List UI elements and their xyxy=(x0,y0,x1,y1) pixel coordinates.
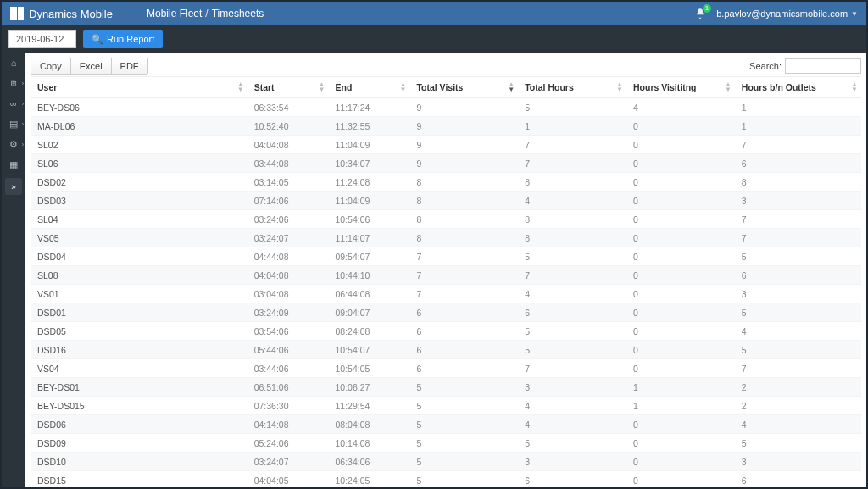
cell-hours_bn: 1 xyxy=(735,117,861,136)
cell-hours_visiting: 0 xyxy=(626,341,735,359)
table-row[interactable]: DSD0103:24:0909:04:076605 xyxy=(31,303,861,322)
cell-hours_visiting: 0 xyxy=(626,303,735,322)
run-report-button[interactable]: 🔍 Run Report xyxy=(83,30,163,48)
cell-end: 08:24:08 xyxy=(329,322,410,341)
col-header-hours-bn-outlets[interactable]: Hours b/n Outlets▲▼ xyxy=(735,77,861,98)
cell-user: DSD15 xyxy=(31,471,248,488)
cell-user: DSD03 xyxy=(31,192,248,210)
cell-total_hours: 4 xyxy=(518,397,626,415)
table-row[interactable]: SL0603:44:0810:34:079706 xyxy=(31,154,861,173)
cell-start: 04:04:08 xyxy=(248,136,329,154)
cell-hours_bn: 7 xyxy=(735,210,861,229)
cell-total_hours: 7 xyxy=(518,266,626,285)
breadcrumb-area[interactable]: Mobile Fleet xyxy=(147,8,202,19)
sidebar-item-grid[interactable]: ▦ xyxy=(2,154,25,175)
table-row[interactable]: MA-DL0610:52:4011:32:559101 xyxy=(31,117,861,136)
notifications-icon[interactable]: 1 xyxy=(694,8,706,19)
cell-end: 10:14:08 xyxy=(329,434,410,453)
table-row[interactable]: DSD1003:24:0706:34:065303 xyxy=(31,453,861,471)
cell-end: 10:34:07 xyxy=(329,154,410,173)
cell-hours_bn: 4 xyxy=(735,322,861,341)
sidebar-item-db[interactable]: ▤› xyxy=(2,114,25,134)
cell-hours_visiting: 0 xyxy=(626,322,735,341)
user-email-label: b.pavlov@dynamicsmobile.com xyxy=(716,8,848,19)
cell-hours_visiting: 0 xyxy=(626,210,735,229)
cell-user: MA-DL06 xyxy=(31,117,248,136)
cell-total_visits: 6 xyxy=(409,341,518,359)
cell-hours_visiting: 0 xyxy=(626,173,735,192)
table-row[interactable]: DSD0503:54:0608:24:086504 xyxy=(31,322,861,341)
chevron-right-icon: › xyxy=(22,121,24,127)
cell-user: BEY-DS06 xyxy=(31,98,248,117)
col-header-total-visits[interactable]: Total Visits▲▼ xyxy=(409,77,518,98)
cell-start: 06:33:54 xyxy=(248,98,329,117)
table-row[interactable]: DSD1605:44:0610:54:076505 xyxy=(31,341,861,359)
cell-hours_bn: 6 xyxy=(735,471,861,488)
sidebar-item-link[interactable]: ∞› xyxy=(2,93,25,114)
table-row[interactable]: SL0403:24:0610:54:068807 xyxy=(31,210,861,229)
chevron-right-icon: › xyxy=(22,101,24,107)
cell-end: 06:34:06 xyxy=(329,453,410,471)
breadcrumb-page[interactable]: Timesheets xyxy=(212,8,264,19)
table-row[interactable]: VS0103:04:0806:44:087403 xyxy=(31,285,861,303)
cell-hours_visiting: 1 xyxy=(626,378,735,397)
table-row[interactable]: SL0204:04:0811:04:099707 xyxy=(31,136,861,154)
table-row[interactable]: VS0403:44:0610:54:056707 xyxy=(31,359,861,378)
table-row[interactable]: DSD0404:44:0809:54:077505 xyxy=(31,247,861,266)
search-input[interactable] xyxy=(785,58,861,74)
table-row[interactable]: DSD0307:14:0611:04:098403 xyxy=(31,192,861,210)
brand-logo-icon xyxy=(10,7,24,20)
table-row[interactable]: DSD0905:24:0610:14:085505 xyxy=(31,434,861,453)
main-content: Copy Excel PDF Search: User▲▼ Start▲▼ En… xyxy=(25,53,866,487)
table-row[interactable]: SL0804:04:0810:44:107706 xyxy=(31,266,861,285)
cell-user: SL04 xyxy=(31,210,248,229)
export-pdf-button[interactable]: PDF xyxy=(112,58,147,74)
col-header-total-hours[interactable]: Total Hours▲▼ xyxy=(518,77,626,98)
col-header-user[interactable]: User▲▼ xyxy=(31,77,248,98)
cell-end: 10:44:10 xyxy=(329,266,410,285)
cell-end: 11:24:08 xyxy=(329,173,410,192)
col-header-start[interactable]: Start▲▼ xyxy=(248,77,329,98)
export-excel-button[interactable]: Excel xyxy=(71,58,112,74)
cell-user: VS01 xyxy=(31,285,248,303)
table-row[interactable]: VS0503:24:0711:14:078807 xyxy=(31,229,861,247)
cell-end: 10:24:05 xyxy=(329,471,410,488)
cell-start: 05:24:06 xyxy=(248,434,329,453)
cell-user: SL08 xyxy=(31,266,248,285)
table-row[interactable]: DSD1504:04:0510:24:055606 xyxy=(31,471,861,488)
user-menu[interactable]: b.pavlov@dynamicsmobile.com ▼ xyxy=(716,8,858,19)
table-row[interactable]: BEY-DS01507:36:3011:29:545412 xyxy=(31,397,861,415)
chevron-down-icon: ▼ xyxy=(851,10,858,18)
cell-total_visits: 6 xyxy=(409,303,518,322)
cell-total_hours: 5 xyxy=(518,247,626,266)
cell-start: 04:04:05 xyxy=(248,471,329,488)
table-row[interactable]: DSD0604:14:0808:04:085404 xyxy=(31,415,861,434)
cell-hours_bn: 5 xyxy=(735,303,861,322)
cell-total_hours: 4 xyxy=(518,415,626,434)
export-copy-button[interactable]: Copy xyxy=(31,58,71,74)
cell-hours_visiting: 0 xyxy=(626,434,735,453)
cell-hours_bn: 3 xyxy=(735,453,861,471)
search-label: Search: xyxy=(749,61,782,71)
sidebar-item-home[interactable]: ⌂ xyxy=(2,53,25,73)
cell-end: 11:32:55 xyxy=(329,117,410,136)
table-row[interactable]: BEY-DS0106:51:0610:06:275312 xyxy=(31,378,861,397)
sidebar-item-file[interactable]: 🗎› xyxy=(2,73,25,93)
table-row[interactable]: BEY-DS0606:33:5411:17:249541 xyxy=(31,98,861,117)
cell-hours_visiting: 0 xyxy=(626,359,735,378)
col-header-end[interactable]: End▲▼ xyxy=(329,77,410,98)
cell-total_visits: 8 xyxy=(409,210,518,229)
cell-total_visits: 5 xyxy=(409,434,518,453)
col-header-hours-visiting[interactable]: Hours Visititng▲▼ xyxy=(626,77,735,98)
cell-total_hours: 8 xyxy=(518,210,626,229)
table-row[interactable]: DSD0203:14:0511:24:088808 xyxy=(31,173,861,192)
sidebar-item-gear[interactable]: ⚙› xyxy=(2,134,25,154)
timesheets-table: User▲▼ Start▲▼ End▲▼ Total Visits▲▼ Tota… xyxy=(31,76,861,487)
sidebar-expand-button[interactable]: » xyxy=(5,178,22,195)
cell-total_hours: 8 xyxy=(518,173,626,192)
cell-hours_bn: 5 xyxy=(735,247,861,266)
cell-start: 04:04:08 xyxy=(248,266,329,285)
cell-total_visits: 9 xyxy=(409,117,518,136)
cell-end: 11:17:24 xyxy=(329,98,410,117)
date-input[interactable] xyxy=(8,30,76,48)
